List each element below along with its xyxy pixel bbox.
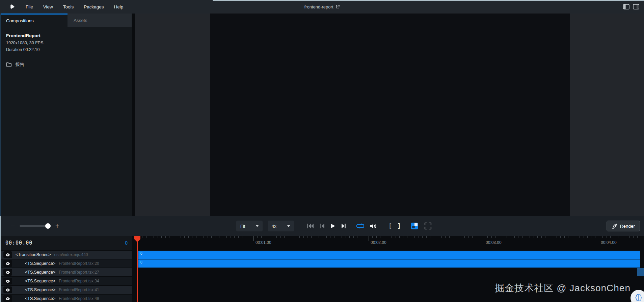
toolbar-center: Fit 4x: [236, 221, 431, 231]
render-button-label: Render: [620, 224, 635, 229]
preview-area: [135, 14, 644, 216]
ruler-time-label: 00:04.00: [601, 240, 617, 245]
zoom-out-button[interactable]: −: [11, 223, 15, 229]
set-in-point-button[interactable]: [: [388, 223, 392, 229]
ruler-ticks: [138, 236, 643, 238]
visibility-toggle-eye-icon[interactable]: [3, 260, 12, 267]
timeline-ruler[interactable]: 00:01.0000:02.0000:03.0000:04.00: [135, 236, 644, 250]
transport-controls: [307, 223, 376, 229]
render-button[interactable]: Render: [607, 221, 640, 231]
menu-item-help[interactable]: Help: [114, 4, 124, 9]
menu-item-tools[interactable]: Tools: [63, 4, 74, 9]
track-row[interactable]: <TransitionSeries>esm/index.mjs:440: [0, 251, 132, 259]
toggle-right-panel-icon[interactable]: [633, 4, 639, 9]
track-source-ref[interactable]: FrontendReport.tsx:27: [59, 270, 99, 275]
menubar-items: FileViewToolsPackagesHelp: [26, 4, 123, 9]
sequence-bar[interactable]: 0: [138, 259, 640, 268]
zoom-in-button[interactable]: +: [55, 223, 59, 229]
previous-frame-button[interactable]: [320, 223, 325, 229]
current-frame-display: 0: [125, 240, 128, 246]
chevron-down-icon: [287, 225, 290, 227]
remotion-logo-icon[interactable]: [9, 4, 15, 10]
playback-speed-select[interactable]: 4x: [268, 221, 294, 231]
composition-name: FrontendReport: [6, 33, 132, 38]
loop-toggle-icon[interactable]: [356, 223, 364, 229]
playback-speed-value: 4x: [272, 224, 276, 229]
in-out-markers: [ ]: [388, 223, 401, 229]
track-tag-label: <TS.Sequence>: [25, 296, 55, 301]
sequence-bar-frame-label: 0: [138, 259, 640, 264]
ruler-second-tick: [484, 236, 484, 241]
jump-to-start-button[interactable]: [307, 223, 314, 229]
track-tag-label: <TransitionSeries>: [16, 252, 51, 257]
track-source-ref[interactable]: FrontendReport.tsx:34: [59, 279, 99, 283]
track-row[interactable]: <TS.Sequence>FrontendReport.tsx:20: [0, 259, 132, 268]
canvas-size-select[interactable]: Fit: [236, 221, 263, 231]
panel-toggles: [623, 0, 639, 14]
sidebar-tabs: Compositions Assets: [0, 14, 132, 27]
track-row[interactable]: <TS.Sequence>FrontendReport.tsx:34: [0, 277, 132, 285]
tab-assets[interactable]: Assets: [68, 14, 132, 27]
ruler-time-label: 00:01.00: [256, 240, 271, 245]
sequence-bar[interactable]: 0: [138, 251, 640, 259]
composition-canvas[interactable]: [210, 14, 570, 216]
visibility-toggle-eye-icon[interactable]: [3, 286, 12, 293]
tab-assets-label: Assets: [74, 18, 87, 23]
volume-icon[interactable]: [370, 223, 376, 229]
menu-item-file[interactable]: File: [26, 4, 33, 9]
playhead[interactable]: [137, 236, 138, 302]
play-button[interactable]: [330, 223, 336, 229]
menu-item-view[interactable]: View: [43, 4, 53, 9]
chevron-down-icon: [256, 225, 259, 227]
external-link-icon[interactable]: [336, 5, 340, 9]
track-row[interactable]: <TS.Sequence>FrontendReport.tsx:27: [0, 268, 132, 276]
track-tag-label: <TS.Sequence>: [25, 270, 55, 275]
toolbar-extra-icons: [411, 223, 431, 229]
visibility-toggle-eye-icon[interactable]: [3, 278, 12, 284]
playback-toolbar: − + Fit 4x: [0, 216, 644, 236]
current-time-display: 00:00.00: [5, 240, 32, 246]
tab-compositions-label: Compositions: [6, 18, 34, 23]
ruler-second-tick: [599, 236, 599, 241]
track-source-ref[interactable]: FrontendReport.tsx:48: [59, 296, 99, 301]
track-source-ref[interactable]: esm/index.mjs:440: [54, 252, 88, 257]
tab-compositions[interactable]: Compositions: [0, 14, 68, 27]
track-tag-label: <TS.Sequence>: [25, 279, 55, 283]
visibility-toggle-eye-icon[interactable]: [3, 295, 12, 302]
track-row[interactable]: <TS.Sequence>FrontendReport.tsx:41: [0, 286, 132, 294]
sequence-bar[interactable]: [637, 268, 644, 276]
left-sidebar: Compositions Assets FrontendReport 1920x…: [0, 14, 132, 216]
menu-item-packages[interactable]: Packages: [84, 4, 104, 9]
window-title[interactable]: frontend-report: [304, 4, 340, 9]
track-tag-label: <TS.Sequence>: [25, 287, 55, 292]
timeline-zoom-controls: − +: [11, 216, 59, 236]
set-out-point-button[interactable]: ]: [397, 223, 401, 229]
fullscreen-icon[interactable]: [425, 223, 431, 229]
sidebar-item-folder[interactable]: 报告: [0, 57, 132, 72]
track-source-ref[interactable]: FrontendReport.tsx:20: [59, 261, 99, 266]
ruler-time-label: 00:02.00: [371, 240, 386, 245]
next-frame-button[interactable]: [341, 223, 346, 229]
zoom-slider-knob[interactable]: [45, 223, 51, 229]
visibility-toggle-eye-icon[interactable]: [3, 251, 12, 258]
rocket-icon: [612, 223, 617, 229]
track-tag-label: <TS.Sequence>: [25, 261, 55, 266]
composition-duration: Duration 00:22.10: [6, 47, 132, 52]
composition-resolution: 1920x1080, 30 FPS: [6, 41, 132, 45]
window-edge-left-bottom: [0, 216, 1, 302]
track-source-ref[interactable]: FrontendReport.tsx:41: [59, 287, 99, 292]
track-row[interactable]: <TS.Sequence>FrontendReport.tsx:48: [0, 295, 132, 302]
ruler-second-tick: [253, 236, 254, 241]
composition-title-text: frontend-report: [304, 4, 333, 9]
toggle-left-panel-icon[interactable]: [623, 4, 629, 9]
zoom-slider[interactable]: [20, 225, 51, 227]
ruler-second-tick: [369, 236, 369, 241]
timeline-header: 00:00.00 0: [0, 236, 132, 250]
timeline-panel: 00:00.00 0 <TransitionSeries>esm/index.m…: [0, 236, 644, 302]
visibility-toggle-eye-icon[interactable]: [3, 269, 12, 276]
folder-icon: [6, 62, 12, 67]
toolbar-right: Render: [607, 221, 640, 231]
menu-bar: FileViewToolsPackagesHelp frontend-repor…: [0, 0, 644, 14]
watermark-text: 掘金技术社区 @ JacksonChen: [495, 282, 630, 295]
transparency-checker-icon[interactable]: [411, 223, 418, 229]
